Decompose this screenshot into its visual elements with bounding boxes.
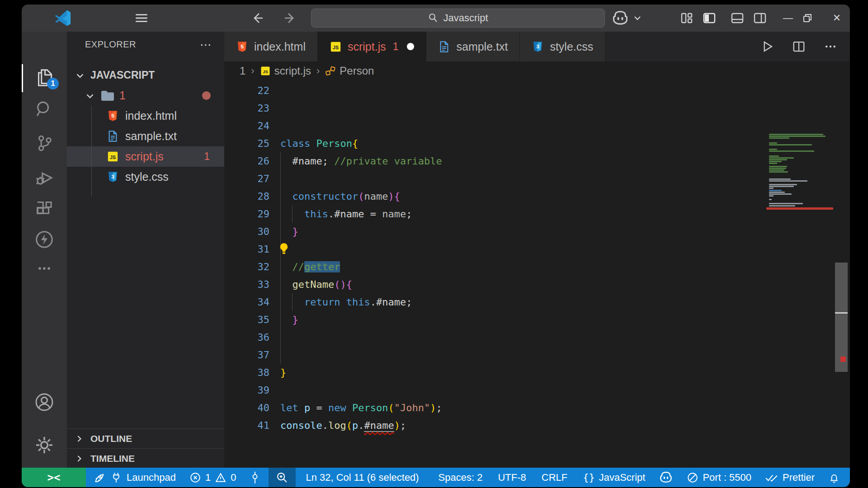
code-line-24[interactable]: 24 [224,117,850,135]
outline-section-header[interactable]: OUTLINE [67,428,224,448]
nav-back-icon[interactable] [250,5,264,32]
code-line-39[interactable]: 39 [224,381,850,399]
code-line-30[interactable]: 30 } [224,223,850,240]
explorer-sidebar: EXPLORER ⋯ JAVASCRIPT 1 5index.htmlsampl… [67,32,224,468]
problems-item[interactable]: 1 0 [189,472,236,483]
code-line-26[interactable]: 26 #name; //private variable [224,152,850,170]
tab-index.html[interactable]: 5index.html [224,32,318,61]
breadcrumb-item-Person[interactable]: Person [325,65,374,77]
code-line-37[interactable]: 37 [224,346,850,364]
settings-gear-icon[interactable] [22,431,67,460]
indentation-item[interactable]: Spaces: 2 [439,472,483,483]
tab-style.css[interactable]: 3style.css [520,32,605,61]
sidebar-item-search[interactable] [22,95,67,124]
sidebar-item-explorer[interactable]: 1 [22,63,67,92]
customize-layout-icon[interactable] [679,5,694,32]
code-line-29[interactable]: 29 this.#name = name; [224,205,850,223]
minimap[interactable] [766,132,833,250]
code-line-34[interactable]: 34 return this.#name; [224,293,850,311]
line-number[interactable]: 28 [224,188,269,205]
sidebar-item-thunder-client[interactable] [22,225,67,254]
code-line-31[interactable]: 31 [224,240,850,258]
eol-item[interactable]: CRLF [542,472,567,483]
line-number[interactable]: 22 [224,82,269,99]
code-line-36[interactable]: 36 [224,328,850,346]
line-number[interactable]: 23 [224,99,269,117]
live-reload-icon[interactable] [250,471,260,484]
scrollbar-thumb[interactable] [835,263,848,372]
code-line-23[interactable]: 23 [224,99,850,117]
code-area[interactable]: 22232425class Person{26 #name; //private… [224,80,850,468]
file-row-sample.txt[interactable]: sample.txt [67,126,224,146]
explorer-more-actions-icon[interactable]: ⋯ [200,38,212,52]
nav-forward-icon[interactable] [283,5,297,32]
code-line-28[interactable]: 28 constructor(name){ [224,188,850,205]
line-number[interactable]: 35 [224,311,269,328]
code-line-22[interactable]: 22 [224,82,850,99]
zoom-status-item[interactable] [269,468,296,487]
editor-more-actions-icon[interactable] [824,40,837,53]
menu-hamburger-icon[interactable] [134,5,149,32]
editor-scrollbar[interactable] [834,80,849,468]
copilot-menu[interactable] [611,5,642,32]
file-row-script.js[interactable]: JSscript.js1 [67,146,224,167]
encoding-item[interactable]: UTF-8 [498,472,526,483]
tab-script.js[interactable]: JSscript.js1 [318,32,427,61]
close-button[interactable]: ✕ [826,5,847,32]
code-line-33[interactable]: 33 getName(){ [224,276,850,293]
workspace-row[interactable]: JAVASCRIPT [67,65,224,85]
more-views-icon[interactable] [22,254,67,283]
command-center-search[interactable]: Javascript [311,9,605,28]
sidebar-item-source-control[interactable] [22,129,67,158]
breadcrumb-item-script.js[interactable]: JSscript.js [260,65,311,77]
code-line-38[interactable]: 38} [224,364,850,381]
file-row-index.html[interactable]: 5index.html [67,106,224,126]
accounts-icon[interactable] [22,388,67,417]
line-number[interactable]: 33 [224,276,269,293]
run-button[interactable] [760,40,774,53]
toggle-primary-sidebar-icon[interactable] [702,5,717,32]
language-mode-item[interactable]: {} JavaScript [583,472,645,483]
breadcrumb-item-1[interactable]: 1 [240,65,245,77]
code-line-41[interactable]: 41console.log(p.#name); [224,417,850,434]
code-line-35[interactable]: 35 } [224,311,850,328]
line-number[interactable]: 34 [224,293,269,311]
restore-button[interactable] [802,5,813,32]
line-number[interactable]: 41 [224,417,269,434]
line-number[interactable]: 29 [224,205,269,223]
remote-indicator[interactable]: >< [22,468,86,487]
timeline-section-header[interactable]: TIMELINE [67,448,224,468]
line-number[interactable]: 25 [224,135,269,152]
code-line-25[interactable]: 25class Person{ [224,135,850,152]
line-number[interactable]: 24 [224,117,269,135]
file-row-style.css[interactable]: 3style.css [67,167,224,187]
code-line-40[interactable]: 40let p = new Person("John"); [224,399,850,417]
line-number[interactable]: 39 [224,381,269,399]
tab-sample.txt[interactable]: sample.txt [426,32,520,61]
lightbulb-icon[interactable] [278,242,290,256]
line-number[interactable]: 30 [224,223,269,240]
sidebar-item-run-debug[interactable] [22,163,67,192]
folder-row[interactable]: 1 [67,85,224,106]
code-line-27[interactable]: 27 [224,170,850,188]
toggle-secondary-sidebar-icon[interactable] [753,5,767,32]
code-line-32[interactable]: 32 //getter [224,258,850,276]
minimize-button[interactable]: — [778,5,798,32]
line-number[interactable]: 26 [224,152,269,170]
line-number[interactable]: 36 [224,328,269,346]
port-item[interactable]: Port : 5500 [687,472,751,483]
line-number[interactable]: 38 [224,364,269,381]
cursor-position-item[interactable]: Ln 32, Col 11 (6 selected) [306,472,419,483]
line-number[interactable]: 37 [224,346,269,364]
launchpad-item[interactable]: Launchpad [93,471,176,484]
line-number[interactable]: 40 [224,399,269,417]
prettier-item[interactable]: Prettier [765,472,815,483]
toggle-panel-icon[interactable] [730,5,745,32]
line-number[interactable]: 32 [224,258,269,276]
copilot-status-icon[interactable] [659,471,673,483]
line-number[interactable]: 31 [224,240,269,258]
line-number[interactable]: 27 [224,170,269,188]
sidebar-item-extensions[interactable] [22,195,67,224]
split-editor-button[interactable] [792,40,806,53]
notifications-bell-icon[interactable] [828,472,840,483]
